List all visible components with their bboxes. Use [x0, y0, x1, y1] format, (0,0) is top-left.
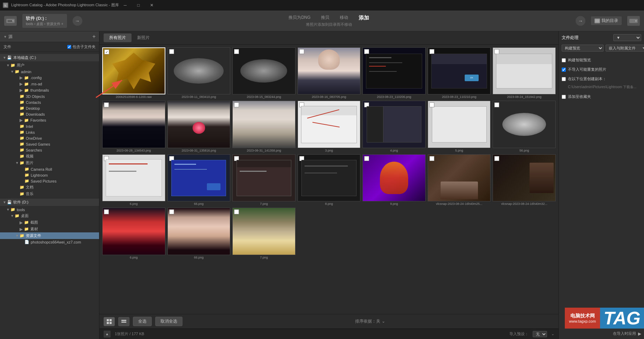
photo-cell-18[interactable]: 8.png — [298, 154, 361, 206]
tree-folder-config[interactable]: ▶ 📁 .config — [0, 75, 99, 81]
preview-select[interactable]: 无 — [533, 331, 547, 337]
photo-cell-24[interactable]: 7.png — [232, 208, 295, 259]
grid-view-btn[interactable] — [104, 317, 115, 326]
import-option-dng[interactable]: 推贝为DNG — [289, 15, 310, 21]
option-create-copy[interactable]: 在以下位置创建副本： — [562, 75, 641, 83]
expand-btn[interactable]: ▲ — [104, 331, 111, 338]
photo-checkbox-23[interactable] — [169, 209, 174, 214]
tree-file-photoshop[interactable]: 📄 photoshopcs664wei_xz7.com — [0, 239, 99, 245]
photo-checkbox-22[interactable] — [104, 209, 109, 214]
option-add-collection[interactable]: 添加至收藏夹 — [562, 93, 641, 100]
tree-disk-d[interactable]: ▼ 💾 软件 (D:) — [0, 199, 99, 206]
include-subfolders-checkbox[interactable]: 包含子文件夹 — [67, 44, 96, 49]
photo-cell-20[interactable]: vlcsnap-2023-08-24-16h40m25... — [428, 154, 491, 206]
tree-disk-c[interactable]: ▼ 💾 本地磁盘 (C:) — [0, 54, 99, 61]
arrow-right-btn2[interactable]: → — [576, 16, 585, 26]
tab-new-photos[interactable]: 新照片 — [132, 33, 155, 42]
photo-checkbox-14[interactable] — [494, 102, 499, 107]
photo-checkbox-19[interactable] — [364, 156, 369, 161]
close-button[interactable]: ✕ — [145, 0, 158, 10]
photo-checkbox-21[interactable] — [494, 156, 499, 161]
tree-folder-desktop[interactable]: 📁 Desktop — [0, 105, 99, 111]
photo-cell-14[interactable]: 56.png — [493, 101, 556, 152]
tree-folder-desktop-d[interactable]: ▼ 📁 桌面 — [0, 213, 99, 219]
tree-folder-cameraroll[interactable]: 📁 Camera Roll — [0, 166, 99, 172]
photo-cell-17[interactable]: 7.png — [232, 154, 295, 206]
tree-folder-links[interactable]: 📁 Links — [0, 129, 99, 135]
photo-checkbox-3[interactable] — [234, 49, 239, 54]
no-duplicate-checkbox[interactable] — [562, 68, 566, 72]
preview-embed-dropdown[interactable]: 嵌入与附属文件 — [606, 45, 644, 52]
tree-folder-materials[interactable]: ▶ 📁 素材 — [0, 226, 99, 232]
photo-cell-2[interactable]: 2023-08-11_083410.png — [167, 47, 231, 99]
photo-cell-6[interactable]: OK 2023-08-23_110210.png — [428, 47, 491, 99]
restore-button[interactable]: □ — [132, 0, 145, 10]
add-collection-checkbox[interactable] — [562, 95, 566, 99]
photo-checkbox-8[interactable] — [104, 102, 109, 107]
tree-folder-favorites[interactable]: ▶ 📁 Favorites — [0, 117, 99, 123]
photo-cell-12[interactable]: 4.png — [362, 101, 426, 152]
create-copy-checkbox[interactable] — [562, 77, 566, 81]
photo-cell-4[interactable]: 2023-08-16_083705.png — [298, 47, 361, 99]
file-handling-dropdown[interactable]: ▼ — [613, 34, 641, 41]
tree-folder-contacts[interactable]: 📁 Contacts — [0, 99, 99, 105]
photo-checkbox-4[interactable] — [299, 49, 304, 54]
photo-checkbox-24[interactable] — [234, 209, 239, 214]
photo-checkbox-10[interactable] — [234, 102, 239, 107]
source-info[interactable]: 软件 (D:) : tools › 桌面 › 资源文件 + — [22, 14, 67, 28]
tree-folder-msad[interactable]: ▶ 📁 .ms-ad — [0, 81, 99, 87]
photo-checkbox-13[interactable] — [429, 102, 434, 107]
photo-checkbox-2[interactable] — [169, 49, 174, 54]
tree-folder-admin[interactable]: ▼ 📁 admin — [0, 69, 99, 75]
photo-cell-13[interactable]: 5.png — [428, 101, 491, 152]
tree-folder-video[interactable]: 📁 视频 — [0, 153, 99, 160]
photo-cell-11[interactable]: 3.png — [298, 101, 361, 152]
option-no-duplicate[interactable]: 不导入可能重复的照片 — [562, 66, 641, 73]
tree-folder-intel[interactable]: 📁 Intel — [0, 123, 99, 129]
photo-cell-9[interactable]: 2023-08-31_135816.png — [167, 101, 231, 152]
tree-folder-documents[interactable]: 📁 文档 — [0, 184, 99, 191]
arrow-forward-btn[interactable]: → — [73, 16, 82, 26]
tree-folder-3dobjects[interactable]: 📁 3D Objects — [0, 93, 99, 99]
tree-folder-thumbnails[interactable]: ▶ 📁 thumbnails — [0, 87, 99, 93]
tree-folder-resources[interactable]: ▼ 📁 资源文件 — [0, 232, 99, 239]
photo-cell-19[interactable]: 9.png — [362, 154, 426, 206]
list-view-btn[interactable] — [118, 317, 129, 326]
import-option-move[interactable]: 移动 — [340, 15, 348, 21]
tree-folder-onedrive[interactable]: 📁 OneDrive — [0, 135, 99, 141]
photo-cell-3[interactable]: 2023-08-15_083244.png — [232, 47, 295, 99]
tree-folder-pictures[interactable]: ▼ 📁 图片 — [0, 160, 99, 166]
tree-folder-screenshots[interactable]: ▶ 📁 截图 — [0, 219, 99, 226]
photo-checkbox-20[interactable] — [429, 156, 434, 161]
tree-folder-savedgames[interactable]: 📁 Saved Games — [0, 141, 99, 147]
import-option-add[interactable]: 添加 — [359, 15, 369, 21]
deselect-all-btn[interactable]: 取消全选 — [155, 317, 182, 326]
tree-folder-searches[interactable]: 📁 Searches — [0, 147, 99, 153]
add-source-btn[interactable]: + — [92, 33, 96, 40]
photo-cell-22[interactable]: 6.png — [102, 208, 165, 259]
tree-folder-users[interactable]: ▼ 📁 用户 — [0, 62, 99, 69]
photo-checkbox-1[interactable]: ✓ — [104, 49, 109, 54]
option-smart-preview[interactable]: 构建智能预览 — [562, 56, 641, 64]
preview-build-dropdown[interactable]: 构建预览 — [562, 45, 604, 52]
tree-folder-lightroom[interactable]: 📁 Lightroom — [0, 172, 99, 178]
photo-cell-16[interactable]: 66.png — [167, 154, 231, 206]
tree-folder-savedpictures[interactable]: 📁 Saved Pictures — [0, 178, 99, 184]
photo-cell-21[interactable]: vlcsnap-2023-08-24-16h40m32... — [493, 154, 556, 206]
photo-cell-8[interactable]: 2023-08-28_134543.png — [102, 101, 165, 152]
photo-cell-5[interactable]: 2023-08-23_110206.png — [362, 47, 426, 99]
photo-cell-23[interactable]: 66.png — [167, 208, 231, 259]
tree-folder-music[interactable]: 📁 音乐 — [0, 191, 99, 197]
catalog-btn[interactable]: 我的目录 — [591, 16, 622, 25]
import-option-copy[interactable]: 推贝 — [321, 15, 329, 21]
select-all-btn[interactable]: 全选 — [133, 317, 152, 326]
tab-all-photos[interactable]: 所有照片 — [104, 33, 132, 42]
photo-cell-15[interactable]: 6.png — [102, 154, 165, 206]
tree-folder-tools[interactable]: ▼ 📁 tools — [0, 207, 99, 213]
smart-preview-checkbox[interactable] — [562, 58, 566, 62]
tree-folder-downloads[interactable]: 📁 Downloads — [0, 111, 99, 117]
photo-cell-1[interactable]: ✓ 20062510598-6-1200.raw — [102, 47, 165, 99]
photo-cell-7[interactable]: 2023-08-24_151942.png — [493, 47, 556, 99]
photo-cell-10[interactable]: 2023-08-31_141358.png — [232, 101, 295, 152]
minimize-button[interactable]: ─ — [119, 0, 132, 10]
